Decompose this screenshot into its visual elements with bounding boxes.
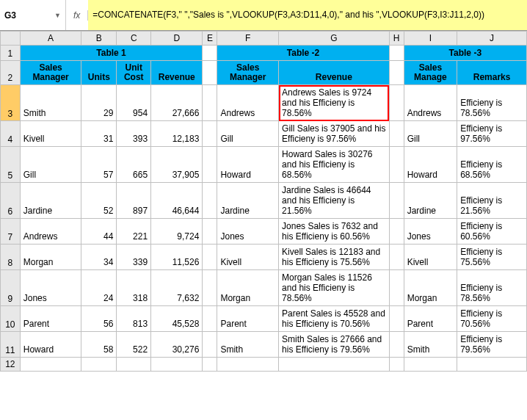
cell[interactable]: Efficieny is 68.56%	[457, 147, 527, 183]
cell[interactable]	[203, 332, 217, 358]
cell[interactable]: 393	[117, 121, 151, 147]
cell[interactable]: 522	[117, 332, 151, 358]
cell[interactable]: 954	[117, 85, 151, 121]
table3-title[interactable]: Table -3	[404, 46, 526, 61]
cell[interactable]: 221	[117, 219, 151, 245]
chevron-down-icon[interactable]: ▼	[54, 12, 61, 19]
cell[interactable]	[203, 219, 217, 245]
cell[interactable]	[389, 61, 404, 85]
cell[interactable]: Howard	[404, 147, 457, 183]
cell[interactable]	[389, 358, 404, 372]
cell[interactable]: 318	[117, 270, 151, 306]
cell[interactable]: 813	[117, 306, 151, 332]
cell[interactable]: Andrews	[20, 219, 81, 245]
cell[interactable]: Efficieny is 21.56%	[457, 183, 527, 219]
cell[interactable]	[389, 332, 404, 358]
cell[interactable]	[203, 46, 217, 61]
cell[interactable]: Efficieny is 75.56%	[457, 245, 527, 270]
cell[interactable]: Howard	[20, 332, 81, 358]
cell[interactable]: Andrews	[217, 85, 279, 121]
cell[interactable]: 665	[117, 147, 151, 183]
col-header[interactable]: E	[203, 32, 217, 46]
cell[interactable]	[457, 358, 527, 372]
cell[interactable]	[279, 358, 390, 372]
cell[interactable]: 12,183	[151, 121, 203, 147]
t2-header-rev[interactable]: Revenue	[279, 61, 390, 85]
cell[interactable]: 56	[81, 306, 117, 332]
cell[interactable]: Smith	[20, 85, 81, 121]
cell[interactable]	[389, 245, 404, 270]
row-header[interactable]: 5	[1, 147, 21, 183]
row-header[interactable]: 11	[1, 332, 21, 358]
cell[interactable]: Kivell	[217, 245, 279, 270]
active-cell-g3[interactable]: Andrews Sales is 9724 and his Efficieny …	[279, 85, 390, 121]
spreadsheet-grid[interactable]: A B C D E F G H I J 1 Table 1 Table -2 T…	[0, 31, 527, 372]
cell[interactable]	[203, 358, 217, 372]
cell[interactable]: 52	[81, 183, 117, 219]
cell[interactable]: Andrews	[404, 85, 457, 121]
cell[interactable]	[203, 183, 217, 219]
cell[interactable]: Jardine	[20, 183, 81, 219]
cell[interactable]: Gill	[217, 121, 279, 147]
cell[interactable]: Howard	[217, 147, 279, 183]
cell[interactable]: Morgan	[217, 270, 279, 306]
col-header[interactable]: H	[389, 32, 404, 46]
t3-header-rem[interactable]: Remarks	[457, 61, 527, 85]
cell[interactable]	[389, 183, 404, 219]
cell[interactable]: 58	[81, 332, 117, 358]
cell[interactable]: 45,528	[151, 306, 203, 332]
cell[interactable]	[203, 85, 217, 121]
cell[interactable]: Smith	[404, 332, 457, 358]
cell[interactable]: Jardine	[404, 183, 457, 219]
cell[interactable]: Jones	[20, 270, 81, 306]
cell[interactable]	[203, 147, 217, 183]
cell[interactable]	[404, 358, 457, 372]
row-header[interactable]: 6	[1, 183, 21, 219]
cell[interactable]: Kivell Sales is 12183 and his Efficieny …	[279, 245, 390, 270]
col-header[interactable]: C	[117, 32, 151, 46]
cell[interactable]: Morgan	[404, 270, 457, 306]
cell[interactable]: Jones	[404, 219, 457, 245]
cell[interactable]: Smith	[217, 332, 279, 358]
cell[interactable]: 27,666	[151, 85, 203, 121]
cell[interactable]: 46,644	[151, 183, 203, 219]
cell[interactable]: Jardine	[217, 183, 279, 219]
row-header[interactable]: 12	[1, 358, 21, 372]
cell[interactable]: Efficieny is 97.56%	[457, 121, 527, 147]
cell[interactable]: Efficieny is 78.56%	[457, 85, 527, 121]
cell[interactable]: Morgan	[20, 245, 81, 270]
cell[interactable]	[389, 219, 404, 245]
cell[interactable]: Kivell	[20, 121, 81, 147]
cell[interactable]	[389, 306, 404, 332]
cell[interactable]	[389, 121, 404, 147]
col-header[interactable]: G	[279, 32, 390, 46]
cell[interactable]: 57	[81, 147, 117, 183]
row-header[interactable]: 4	[1, 121, 21, 147]
fx-icon[interactable]: fx	[66, 10, 88, 21]
cell[interactable]: 44	[81, 219, 117, 245]
cell[interactable]: Efficieny is 78.56%	[457, 270, 527, 306]
row-header[interactable]: 7	[1, 219, 21, 245]
cell[interactable]: 9,724	[151, 219, 203, 245]
cell[interactable]: 24	[81, 270, 117, 306]
t2-header-sm[interactable]: Sales Manager	[217, 61, 279, 85]
cell[interactable]	[217, 358, 279, 372]
cell[interactable]: 339	[117, 245, 151, 270]
cell[interactable]: Jardine Sales is 46644 and his Efficieny…	[279, 183, 390, 219]
row-header[interactable]: 10	[1, 306, 21, 332]
cell[interactable]: 31	[81, 121, 117, 147]
t1-header-uc[interactable]: Unit Cost	[117, 61, 151, 85]
cell[interactable]	[203, 270, 217, 306]
col-header[interactable]: J	[457, 32, 527, 46]
cell[interactable]	[117, 358, 151, 372]
t1-header-units[interactable]: Units	[81, 61, 117, 85]
row-header[interactable]: 9	[1, 270, 21, 306]
cell[interactable]: Efficieny is 60.56%	[457, 219, 527, 245]
cell[interactable]: 29	[81, 85, 117, 121]
row-header[interactable]: 8	[1, 245, 21, 270]
cell[interactable]: Parent	[217, 306, 279, 332]
cell[interactable]: 11,526	[151, 245, 203, 270]
col-header[interactable]: I	[404, 32, 457, 46]
cell[interactable]: 897	[117, 183, 151, 219]
cell[interactable]	[20, 358, 81, 372]
